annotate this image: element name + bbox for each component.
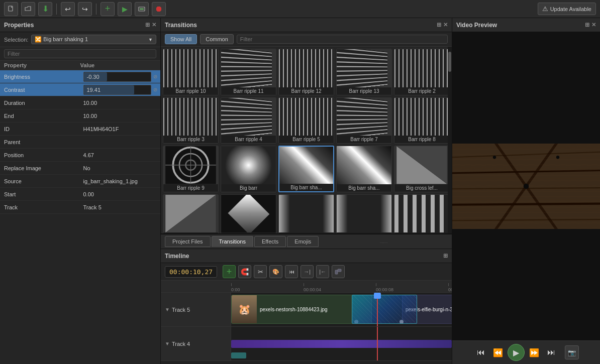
timeline-start-button[interactable]: ⏮ xyxy=(285,265,298,278)
timeline-zoom-button[interactable] xyxy=(332,265,345,278)
trans-item-8[interactable]: Barr ripple 7 xyxy=(336,97,392,144)
timeline-expand-icon[interactable]: ⊞ xyxy=(443,253,448,259)
prop-plain-9: 0.00 xyxy=(83,191,94,197)
timeline-prev-button[interactable]: →| xyxy=(301,265,314,278)
trans-item-7[interactable]: Barr ripple 5 xyxy=(278,97,334,144)
track4-mini-clip[interactable] xyxy=(231,352,246,358)
trans-thumb-18 xyxy=(337,195,391,233)
preview-next-frame-button[interactable]: ⏩ xyxy=(527,345,542,360)
prop-row-parent[interactable]: Parent xyxy=(0,136,160,149)
transition-overlay[interactable] xyxy=(352,295,417,324)
trans-item-17[interactable]: Blinds in to ... xyxy=(278,194,334,234)
record-button[interactable]: ⏺ xyxy=(152,2,166,16)
show-all-button[interactable]: Show All xyxy=(165,34,197,44)
trans-item-10[interactable]: Barr ripple 9 xyxy=(163,146,219,192)
update-available-button[interactable]: ⚠ Update Available xyxy=(538,3,596,15)
preview-end-button[interactable]: ⏭ xyxy=(544,345,559,360)
preview-panel: Video Preview ⊞ ✕ xyxy=(452,18,600,364)
prop-row-id[interactable]: IDH41MH64O1F xyxy=(0,123,160,136)
prop-plain-7: No xyxy=(83,165,90,171)
toolbar-sep-2 xyxy=(96,4,96,15)
new-button[interactable] xyxy=(4,2,18,16)
transitions-scrollbar-thumb xyxy=(448,52,451,72)
trans-thumb-2 xyxy=(279,49,334,87)
timeline-color-button[interactable]: 🎨 xyxy=(269,265,282,278)
transitions-scrollbar[interactable] xyxy=(448,47,452,233)
trans-item-11[interactable]: Big barr xyxy=(221,146,276,192)
prop-row-position[interactable]: Position4.67 xyxy=(0,149,160,162)
undo-button[interactable]: ↩ xyxy=(61,2,75,16)
trans-item-5[interactable]: Barr ripple 3 xyxy=(163,97,219,144)
prop-row-track[interactable]: TrackTrack 5 xyxy=(0,201,160,214)
trans-item-19[interactable]: Blinds sliding xyxy=(394,194,450,234)
tab-emojis[interactable]: Emojis xyxy=(287,236,319,247)
trans-thumb-13 xyxy=(337,146,391,184)
timeline-ruler: 0:0000:00:0400:00:0800:00:1200:00:1600:0… xyxy=(161,281,452,293)
track-4-bar xyxy=(231,340,452,348)
prop-row-contrast[interactable]: Contrast19.41⊘ xyxy=(0,83,160,96)
prop-row-duration[interactable]: Duration10.00 xyxy=(0,96,160,109)
track-5-content[interactable]: 🐹 pexels-nestorsh-10884423.jpg pexels-el… xyxy=(231,293,452,326)
open-button[interactable] xyxy=(21,2,35,16)
export-button[interactable] xyxy=(135,2,149,16)
transitions-filter-input[interactable] xyxy=(237,35,448,44)
ruler-mark-0: 0:00 xyxy=(231,283,240,292)
transitions-header-icons: ⊞ ✕ xyxy=(437,22,448,28)
timeline-add-button[interactable]: + xyxy=(223,265,236,278)
prop-row-end[interactable]: End10.00 xyxy=(0,109,160,123)
prop-value-bar-1[interactable]: 19.41 xyxy=(83,85,152,95)
prop-row-brightness[interactable]: Brightness-0.30⊘ xyxy=(0,70,160,83)
trans-item-12[interactable]: Big barr sha... xyxy=(278,146,334,192)
properties-pin-icon[interactable]: ⊞ xyxy=(145,22,150,28)
transitions-close-icon[interactable]: ✕ xyxy=(443,22,448,28)
timeline-cut-button[interactable]: ✂ xyxy=(254,265,267,278)
prop-clear-btn-1[interactable]: ⊘ xyxy=(153,87,157,92)
common-button[interactable]: Common xyxy=(200,34,234,44)
trans-item-15[interactable]: Big cross rig... xyxy=(163,194,219,234)
prop-row-source[interactable]: Sourceig_barr_shaking_1.jpg xyxy=(0,175,160,188)
transitions-pin-icon[interactable]: ⊞ xyxy=(437,22,441,28)
track-4-name: Track 4 xyxy=(172,341,190,347)
trans-item-4[interactable]: Barr ripple 2 xyxy=(394,49,450,95)
prop-value-cell-5 xyxy=(80,141,161,143)
preview-header: Video Preview ⊞ ✕ xyxy=(452,18,600,32)
selection-combo[interactable]: 🔀 Big barr shaking 1 ▼ xyxy=(31,35,156,44)
preview-close-icon[interactable]: ✕ xyxy=(591,22,596,28)
save-button[interactable]: ⬇ xyxy=(38,2,52,16)
preview-snapshot-button[interactable]: 📷 xyxy=(565,345,579,359)
timeline-magnet-button[interactable]: 🧲 xyxy=(238,265,251,278)
trans-item-2[interactable]: Barr ripple 12 xyxy=(278,49,334,95)
prop-clear-btn-0[interactable]: ⊘ xyxy=(153,74,157,79)
preview-rewind-button[interactable]: ⏮ xyxy=(473,345,488,360)
trans-item-9[interactable]: Barr ripple 8 xyxy=(394,97,450,144)
svg-point-28 xyxy=(556,156,559,159)
timeline-next-button[interactable]: |← xyxy=(316,265,329,278)
prop-value-bar-0[interactable]: -0.30 xyxy=(83,72,152,82)
preview-play-button[interactable]: ▶ xyxy=(508,344,525,361)
clip-1[interactable]: 🐹 pexels-nestorsh-10884423.jpg xyxy=(231,295,372,324)
redo-button[interactable]: ↪ xyxy=(78,2,92,16)
preview-prev-frame-button[interactable]: ⏪ xyxy=(490,345,506,360)
transitions-header: Transitions ⊞ ✕ xyxy=(161,18,452,32)
trans-item-0[interactable]: Barr ripple 10 xyxy=(163,49,219,95)
tab-transitions[interactable]: Transitions xyxy=(212,236,253,247)
properties-close-icon[interactable]: ✕ xyxy=(152,22,156,28)
tab-project-files[interactable]: Project Files xyxy=(165,236,211,247)
trans-item-18[interactable]: Blinds in to ... xyxy=(336,194,392,234)
tab-effects[interactable]: Effects xyxy=(254,236,286,247)
track-4-content[interactable] xyxy=(231,327,452,360)
trans-item-3[interactable]: Barr ripple 13 xyxy=(336,49,392,95)
trans-item-6[interactable]: Barr ripple 4 xyxy=(221,97,276,144)
prop-row-start[interactable]: Start0.00 xyxy=(0,188,160,201)
preview-pin-icon[interactable]: ⊞ xyxy=(585,22,589,28)
trans-item-1[interactable]: Barr ripple 11 xyxy=(221,49,276,95)
prop-row-replace-image[interactable]: Replace ImageNo xyxy=(0,162,160,175)
play-button[interactable]: ▶ xyxy=(118,2,132,16)
trans-item-14[interactable]: Big cross lef... xyxy=(394,146,450,192)
props-filter-input[interactable] xyxy=(4,49,156,58)
transitions-section: Transitions ⊞ ✕ Show All Common Barr rip… xyxy=(161,18,452,234)
trans-item-13[interactable]: Big barr sha... xyxy=(336,146,392,192)
add-button[interactable]: + xyxy=(101,2,115,16)
trans-item-16[interactable]: Big losange xyxy=(221,194,276,234)
prop-plain-6: 4.67 xyxy=(83,152,94,158)
